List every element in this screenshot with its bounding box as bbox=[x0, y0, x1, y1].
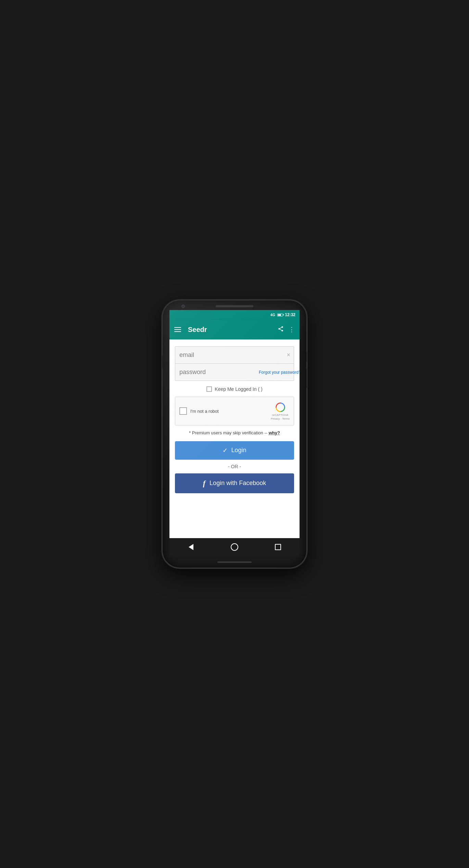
bottom-bar-indicator bbox=[217, 561, 252, 563]
login-button-label: Login bbox=[231, 447, 246, 454]
recent-nav-button[interactable] bbox=[272, 541, 284, 553]
recaptcha-text: I'm not a robot bbox=[190, 409, 219, 414]
home-nav-icon bbox=[231, 543, 238, 551]
recaptcha-privacy-terms: Privacy - Terms bbox=[271, 417, 290, 420]
phone-device: 4G 12:32 Seedr ⋮ bbox=[163, 300, 306, 568]
volume-button bbox=[161, 355, 163, 369]
back-nav-button[interactable] bbox=[185, 541, 197, 553]
svg-line-4 bbox=[280, 327, 281, 328]
back-nav-icon bbox=[189, 544, 193, 550]
keep-logged-checkbox[interactable] bbox=[206, 386, 212, 392]
share-icon[interactable] bbox=[278, 326, 284, 334]
premium-note: * Premium users may skip verification --… bbox=[175, 430, 294, 436]
recaptcha-checkbox[interactable] bbox=[179, 407, 187, 415]
why-link[interactable]: why? bbox=[269, 430, 280, 435]
battery-icon bbox=[277, 313, 283, 317]
front-camera bbox=[181, 305, 185, 308]
forgot-password-link[interactable]: Forgot your password? bbox=[259, 370, 300, 375]
facebook-f-icon: f bbox=[203, 479, 205, 488]
recaptcha-logo-area: reCAPTCHA Privacy - Terms bbox=[271, 402, 290, 420]
power-button bbox=[306, 352, 308, 362]
facebook-login-button[interactable]: f Login with Facebook bbox=[175, 473, 294, 493]
signal-indicator: 4G bbox=[270, 313, 275, 317]
privacy-link[interactable]: Privacy bbox=[271, 417, 280, 420]
phone-top-bar bbox=[163, 300, 306, 310]
phone-speaker bbox=[216, 305, 253, 307]
email-field[interactable] bbox=[175, 347, 294, 364]
keep-logged-label: Keep Me Logged In ( ) bbox=[215, 386, 262, 392]
credentials-form: × Forgot your password? bbox=[175, 346, 294, 381]
recent-nav-icon bbox=[275, 544, 281, 550]
terms-link[interactable]: Terms bbox=[282, 417, 290, 420]
login-content: × Forgot your password? Keep Me Logged I… bbox=[169, 339, 300, 538]
navigation-bar bbox=[169, 538, 300, 556]
keep-logged-row: Keep Me Logged In ( ) bbox=[175, 386, 294, 392]
svg-point-0 bbox=[281, 326, 283, 328]
clear-email-button[interactable]: × bbox=[287, 351, 290, 359]
svg-point-1 bbox=[278, 328, 280, 330]
facebook-button-label: Login with Facebook bbox=[210, 480, 266, 487]
more-options-icon[interactable]: ⋮ bbox=[289, 326, 295, 333]
svg-line-3 bbox=[280, 329, 281, 330]
svg-point-2 bbox=[281, 330, 283, 332]
recaptcha-brand-label: reCAPTCHA bbox=[272, 413, 288, 417]
phone-screen: 4G 12:32 Seedr ⋮ bbox=[169, 310, 300, 556]
recaptcha-spinner bbox=[275, 402, 286, 413]
password-row: Forgot your password? bbox=[175, 364, 294, 381]
recaptcha-widget[interactable]: I'm not a robot reCAPTCHA Privacy bbox=[175, 397, 294, 425]
hamburger-menu-icon[interactable] bbox=[174, 327, 181, 332]
status-bar: 4G 12:32 bbox=[169, 310, 300, 320]
time-display: 12:32 bbox=[285, 312, 295, 317]
password-field[interactable] bbox=[179, 369, 259, 376]
app-bar-icons: ⋮ bbox=[278, 326, 295, 334]
home-nav-button[interactable] bbox=[228, 541, 241, 553]
app-title: Seedr bbox=[188, 326, 272, 334]
phone-bottom bbox=[217, 559, 252, 568]
app-bar: Seedr ⋮ bbox=[169, 320, 300, 339]
or-divider: - OR - bbox=[175, 464, 294, 469]
volume-down-button bbox=[306, 369, 308, 388]
recaptcha-left: I'm not a robot bbox=[179, 407, 219, 415]
login-button[interactable]: ✓ Login bbox=[175, 441, 294, 460]
login-checkmark-icon: ✓ bbox=[223, 447, 228, 454]
